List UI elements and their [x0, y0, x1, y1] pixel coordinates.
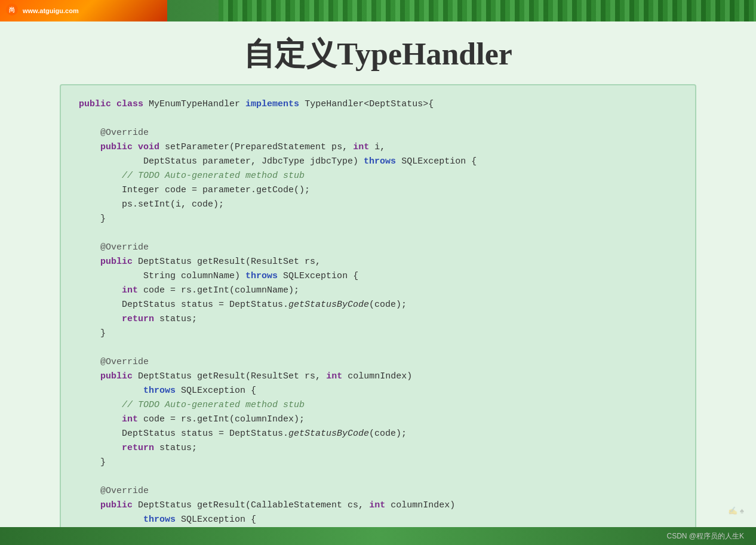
top-banner: 尚 www.atguigu.com [0, 0, 756, 21]
watermark: ✍ ♠ [728, 506, 744, 515]
code-block: public class MyEnumTypeHandler implement… [79, 97, 677, 545]
logo-area: 尚 www.atguigu.com [0, 0, 167, 21]
logo-text: www.atguigu.com [23, 7, 79, 14]
top-pattern [219, 0, 756, 21]
page-title: 自定义TypeHandler [0, 21, 756, 84]
code-container: public class MyEnumTypeHandler implement… [60, 84, 696, 545]
csdn-credit: CSDN @程序员的人生K [666, 531, 744, 541]
bottom-bar: CSDN @程序员的人生K [0, 527, 756, 545]
svg-text:尚: 尚 [9, 7, 15, 13]
logo-icon: 尚 [5, 2, 19, 19]
